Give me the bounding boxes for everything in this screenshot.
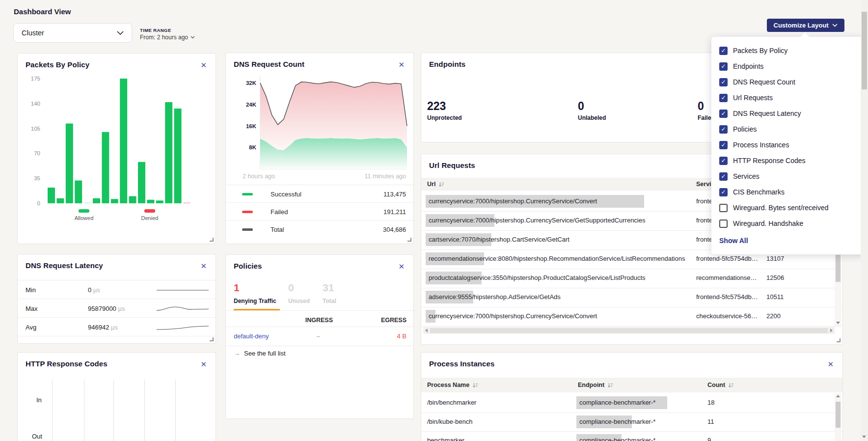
count-cell: 11 xyxy=(707,413,714,431)
card-title: HTTP Response Codes xyxy=(26,359,108,368)
scroll-right-arrow-icon[interactable] xyxy=(830,329,833,332)
checkbox-icon[interactable]: ✓ xyxy=(719,78,728,86)
table-row[interactable]: /bin/benchmarkercompliance-benchmarker-*… xyxy=(421,393,842,413)
resize-handle[interactable] xyxy=(837,338,841,342)
menu-item-url-requests[interactable]: ✓Url Requests xyxy=(711,90,866,106)
close-icon[interactable]: ✕ xyxy=(398,263,405,270)
svg-text:70: 70 xyxy=(34,150,40,156)
table-row[interactable]: currencyservice:7000/hipstershop.Currenc… xyxy=(421,307,842,327)
see-full-list-link[interactable]: → See the full list xyxy=(234,350,286,357)
count-cell: 18 xyxy=(707,393,714,412)
checkbox-icon[interactable]: ✓ xyxy=(719,62,728,71)
table-row[interactable]: /bin/kube-benchcompliance-benchmarker-*1… xyxy=(421,413,842,432)
policy-name-link[interactable]: default-deny xyxy=(234,327,269,346)
menu-item-label: Policies xyxy=(733,125,757,133)
card-title: DNS Request Latency xyxy=(26,261,103,270)
view-selector[interactable]: Cluster xyxy=(13,23,132,43)
count-cell: 9 xyxy=(707,431,711,441)
page-scrollbar[interactable] xyxy=(861,0,868,441)
scrollbar-thumb[interactable] xyxy=(836,255,841,282)
policies-tab-total[interactable]: 31Total xyxy=(323,282,336,304)
checkbox-icon[interactable]: ✓ xyxy=(719,125,728,134)
menu-item-endpoints[interactable]: ✓Endpoints xyxy=(711,58,866,74)
resize-handle[interactable] xyxy=(210,337,214,341)
service-cell: checkoutservice-56… xyxy=(696,307,758,326)
close-icon[interactable]: ✕ xyxy=(200,360,207,368)
url-text: productcatalogservice:3550/hipstershop.P… xyxy=(429,272,688,284)
resize-handle[interactable] xyxy=(407,238,411,242)
show-all-link[interactable]: Show All xyxy=(719,233,748,248)
checkbox-icon[interactable]: ✓ xyxy=(719,141,728,149)
legend-label: Allowed xyxy=(64,215,104,221)
menu-item-wireguard-handshake[interactable]: Wireguard. Handshake xyxy=(711,216,866,231)
menu-item-http-response-codes[interactable]: ✓HTTP Response Codes xyxy=(711,153,866,168)
url-table-horizontal-scrollbar[interactable] xyxy=(423,327,835,334)
process-table-vertical-scrollbar[interactable] xyxy=(835,393,841,441)
column-header-count[interactable]: Count xyxy=(707,382,734,388)
customize-layout-button[interactable]: Customize Layout xyxy=(767,19,844,32)
resize-handle[interactable] xyxy=(210,238,214,242)
customize-layout-button-label: Customize Layout xyxy=(774,22,829,29)
dashboard-screen: Dashboard View Cluster TIME RANGE From: … xyxy=(0,0,868,441)
scrollbar-thumb[interactable] xyxy=(836,402,841,428)
time-range-value: From: 2 hours ago xyxy=(140,34,188,41)
sort-icon xyxy=(607,383,613,388)
column-header-process-name[interactable]: Process Name xyxy=(427,382,478,388)
menu-item-policies[interactable]: ✓Policies xyxy=(711,121,866,137)
egress-value: 4 B xyxy=(397,327,407,346)
column-header-endpoint[interactable]: Endpoint xyxy=(578,382,613,388)
card-http-response-codes: HTTP Response Codes ✕ In Out xyxy=(17,352,216,441)
legend-swatch xyxy=(242,211,253,213)
customize-layout-menu-items: ✓Packets By Policy✓Endpoints✓DNS Request… xyxy=(711,43,866,231)
menu-item-wireguard-bytes-sent-received[interactable]: Wireguard. Bytes sent/received xyxy=(711,200,866,216)
checkbox-icon[interactable]: ✓ xyxy=(719,157,728,165)
table-row[interactable]: benchmarkercompliance-benchmarker-*9 xyxy=(421,431,842,441)
svg-text:24K: 24K xyxy=(246,102,257,108)
latency-unit: µs xyxy=(118,305,125,312)
url-cell: cartservice:7070/hipstershop.CartService… xyxy=(426,233,688,246)
x-axis-label-start: 2 hours ago xyxy=(243,173,275,180)
checkbox-icon[interactable] xyxy=(719,204,728,212)
checkbox-icon[interactable]: ✓ xyxy=(719,94,728,102)
menu-item-cis-benchmarks[interactable]: ✓CIS Benchmarks xyxy=(711,184,866,200)
time-range-selector[interactable]: From: 2 hours ago xyxy=(140,34,195,41)
menu-item-label: Wireguard. Handshake xyxy=(733,220,803,227)
url-cell: recommendationservice:8080/hipstershop.R… xyxy=(426,252,688,265)
scroll-down-arrow-icon[interactable] xyxy=(836,322,840,324)
scroll-left-arrow-icon[interactable] xyxy=(425,329,428,332)
menu-item-process-instances[interactable]: ✓Process Instances xyxy=(711,137,866,153)
latency-row-max: Max95879000 µs xyxy=(18,299,216,318)
scrollbar-thumb[interactable] xyxy=(430,328,828,333)
table-row[interactable]: productcatalogservice:3550/hipstershop.P… xyxy=(421,269,842,288)
url-cell: productcatalogservice:3550/hipstershop.P… xyxy=(426,272,688,284)
legend-swatch xyxy=(79,209,89,213)
checkbox-icon[interactable] xyxy=(719,220,728,228)
menu-item-label: CIS Benchmarks xyxy=(733,188,785,196)
url-cell: currencyservice:7000/hipstershop.Currenc… xyxy=(426,214,688,227)
scroll-up-arrow-icon[interactable] xyxy=(836,395,840,397)
checkbox-icon[interactable]: ✓ xyxy=(719,47,728,55)
checkbox-icon[interactable]: ✓ xyxy=(719,188,728,196)
policies-tab-denying-traffic[interactable]: 1Denying Traffic xyxy=(234,282,276,304)
policies-tab-unused[interactable]: 0Unused xyxy=(288,282,310,304)
latency-label: Max xyxy=(26,305,38,312)
row-label-in: In xyxy=(36,396,42,404)
menu-item-packets-by-policy[interactable]: ✓Packets By Policy xyxy=(711,43,866,58)
latency-label: Min xyxy=(26,286,36,294)
menu-item-label: Services xyxy=(733,172,760,180)
checkbox-icon[interactable]: ✓ xyxy=(719,172,728,181)
legend-label: Successful xyxy=(271,191,301,198)
scroll-down-arrow-icon[interactable] xyxy=(862,436,866,438)
menu-item-services[interactable]: ✓Services xyxy=(711,168,866,184)
latency-sparkline xyxy=(156,324,210,333)
close-icon[interactable]: ✕ xyxy=(827,360,834,368)
url-cell: currencyservice:7000/hipstershop.Currenc… xyxy=(426,310,688,323)
latency-unit: µs xyxy=(111,324,118,331)
scrollbar-thumb[interactable] xyxy=(862,12,867,89)
close-icon[interactable]: ✕ xyxy=(200,262,207,270)
menu-item-dns-request-count[interactable]: ✓DNS Request Count xyxy=(711,74,866,90)
menu-item-dns-request-latency[interactable]: ✓DNS Request Latency xyxy=(711,106,866,121)
checkbox-icon[interactable]: ✓ xyxy=(719,110,728,118)
column-header-url[interactable]: Url xyxy=(427,181,444,188)
table-row[interactable]: adservice:9555/hipstershop.AdService/Get… xyxy=(421,288,842,307)
